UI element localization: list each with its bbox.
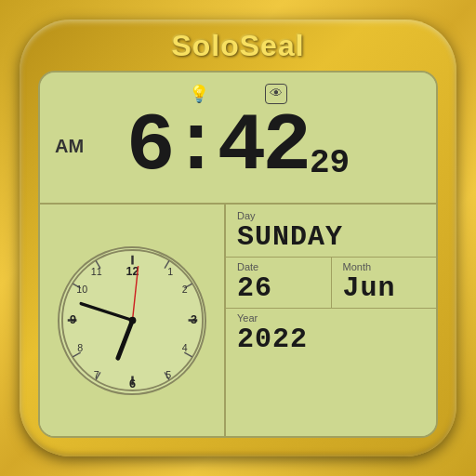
day-row: Day SUNDAY: [226, 205, 436, 258]
svg-text:10: 10: [76, 284, 87, 295]
svg-text:8: 8: [77, 342, 83, 353]
month-label: Month: [343, 261, 426, 272]
analog-clock-section: 12 3 6 9 1 2 4 5 7 8 10 11: [40, 205, 226, 436]
svg-text:2: 2: [181, 284, 187, 295]
svg-text:3: 3: [190, 313, 196, 326]
date-month-row: Date 26 Month Jun: [226, 258, 436, 309]
month-value: Jun: [343, 272, 426, 304]
digital-time-display: 6:42 29: [55, 106, 421, 195]
svg-text:7: 7: [93, 369, 99, 380]
digital-seconds: 29: [310, 147, 350, 180]
svg-text:9: 9: [70, 313, 76, 326]
day-value: SUNDAY: [237, 221, 425, 253]
svg-text:4: 4: [181, 342, 187, 353]
day-label: Day: [237, 210, 425, 221]
year-label: Year: [237, 312, 425, 324]
date-label: Date: [237, 261, 320, 272]
analog-clock: 12 3 6 9 1 2 4 5 7 8 10 11: [58, 246, 206, 395]
am-pm-label: AM: [55, 136, 84, 157]
svg-text:6: 6: [129, 377, 136, 390]
svg-text:11: 11: [90, 266, 101, 277]
month-cell: Month Jun: [332, 258, 437, 308]
digital-clock-section: 💡 👁 AM 6:42 29: [40, 73, 436, 205]
svg-text:5: 5: [165, 369, 171, 380]
date-value: 26: [237, 272, 320, 304]
clock-widget: 💡 👁 AM 6:42 29: [38, 71, 438, 438]
svg-text:1: 1: [167, 266, 173, 277]
digital-hours-minutes: 6:42: [126, 106, 308, 188]
year-row: Year 2022: [226, 309, 436, 359]
bottom-section: 12 3 6 9 1 2 4 5 7 8 10 11: [40, 205, 436, 436]
date-section: Day SUNDAY Date 26 Month Jun Year 2022: [226, 205, 436, 436]
app-title: SoloSeal: [171, 29, 304, 63]
date-cell: Date 26: [226, 258, 332, 308]
clock-face-svg: 12 3 6 9 1 2 4 5 7 8 10 11: [60, 248, 205, 392]
year-value: 2022: [237, 324, 425, 355]
outer-frame: SoloSeal 💡 👁 AM 6:42 29: [20, 20, 456, 456]
svg-point-28: [128, 317, 136, 324]
